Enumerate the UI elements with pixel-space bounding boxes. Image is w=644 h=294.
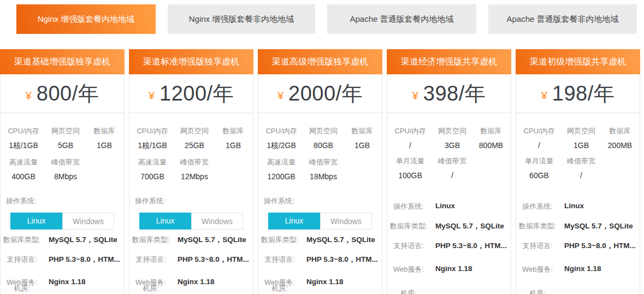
detail-label: 支持语言: (387, 241, 430, 251)
spec-grid: CPU/内存1核/1GB 网页空间25GB 数据库1GB 高速流量700GB 峰… (129, 113, 253, 195)
spec-label: 网页空间 (172, 126, 217, 136)
spec-grid: CPU/内存1核/2GB 网页空间80GB 数据库1GB 高速流量1200GB … (258, 113, 382, 195)
price-amount: 2000 (288, 82, 336, 105)
os-option-linux[interactable]: Linux (268, 213, 320, 230)
spec-value: 5GB (43, 141, 88, 150)
spec-value: 1核/1GB (133, 141, 172, 151)
spec-value: 100GB (391, 171, 430, 180)
spec-label: 网页空间 (43, 126, 88, 136)
plan-card-entry: 渠道初级增强版共享虚机 ¥ 198 /年 CPU/内存/ 网页空间1GB 数据库… (516, 49, 640, 294)
detail-value: PHP 5.3~8.0，HTM... (301, 255, 382, 264)
spec-value: 1GB (559, 141, 604, 150)
os-toggle: Linux Windows (268, 213, 382, 230)
currency-symbol: ¥ (149, 90, 155, 102)
os-option-windows[interactable]: Windows (320, 213, 372, 230)
plan-card-standard: 渠道标准增强版独享虚机 ¥ 1200 /年 CPU/内存1核/1GB 网页空间2… (129, 49, 253, 294)
plan-card-advanced: 渠道高级增强版独享虚机 ¥ 2000 /年 CPU/内存1核/2GB 网页空间8… (258, 49, 382, 294)
detail-label: 机房: (258, 284, 301, 293)
spec-label: CPU/内存 (133, 126, 172, 136)
currency-symbol: ¥ (26, 90, 32, 102)
spec-label: 高速流量 (133, 157, 172, 167)
spec-label: 数据库 (604, 126, 636, 136)
plan-card-economy: 渠道经济增强版共享虚机 ¥ 398 /年 CPU/内存/ 网页空间3GB 数据库… (387, 49, 511, 294)
os-label: 操作系统: (129, 196, 253, 206)
os-label: 操作系统: (258, 196, 382, 206)
spec-value: 80GB (301, 141, 346, 150)
detail-label: 机房: (516, 289, 559, 294)
spec-label: 峰值带宽 (430, 156, 475, 166)
spec-value: / (391, 141, 430, 150)
spec-value: 400GB (4, 172, 43, 181)
spec-label: 高速流量 (262, 157, 301, 167)
spec-label: 数据库 (475, 126, 507, 136)
spec-grid: CPU/内存1核/1GB 网页空间5GB 数据库1GB 高速流量400GB 峰值… (1, 113, 124, 195)
price-amount: 800 (37, 82, 72, 105)
os-label: 操作系统: (387, 202, 430, 211)
spec-label: 峰值带宽 (172, 157, 217, 167)
os-option-linux[interactable]: Linux (139, 213, 191, 230)
spec-label: CPU/内存 (262, 126, 301, 136)
detail-row: 支持语言: PHP 5.3~8.0，HTM... (387, 241, 511, 251)
tab-apache-standard-mainland[interactable]: Apache 普通版套餐内地地域 (327, 4, 476, 34)
detail-row: 支持语言: PHP 5.3~8.0，HTM... (1, 255, 124, 264)
spec-grid: CPU/内存/ 网页空间1GB 数据库200MB 单月流量60GB 峰值带宽/ (516, 113, 640, 194)
os-label: 操作系统: (1, 196, 124, 206)
spec-label: 网页空间 (559, 126, 604, 136)
price-amount: 1200 (159, 82, 207, 105)
os-row: 操作系统: Linux (387, 202, 511, 211)
spec-value: / (430, 171, 475, 180)
spec-value: 1GB (346, 141, 379, 150)
spec-value: 3GB (430, 141, 475, 150)
price-suffix: /年 (72, 80, 99, 108)
os-value: Linux (559, 202, 640, 210)
spec-label: 数据库 (346, 126, 379, 136)
plan-title: 渠道标准增强版独享虚机 (129, 49, 253, 74)
spec-value: 200MB (604, 141, 636, 150)
spec-value: 25GB (172, 141, 217, 150)
detail-label: 支持语言: (1, 255, 43, 264)
detail-label: 支持语言: (258, 255, 301, 264)
spec-label: CPU/内存 (391, 126, 430, 136)
pricing-tabs: Nginx 增强版套餐内地地域 Nginx 增强版套餐非内地地域 Apache … (16, 4, 637, 34)
detail-label: 数据库类型: (258, 235, 301, 245)
detail-row: 支持语言: PHP 5.3~8.0，HTM... (129, 255, 253, 264)
detail-label: 数据库类型: (387, 221, 430, 231)
tab-nginx-enhanced-overseas[interactable]: Nginx 增强版套餐非内地地域 (168, 4, 315, 34)
plan-card-list: 渠道基础增强版独享虚机 ¥ 800 /年 CPU/内存1核/1GB 网页空间5G… (0, 49, 640, 294)
plan-price: ¥ 1200 /年 (129, 74, 253, 113)
spec-grid: CPU/内存/ 网页空间3GB 数据库800MB 单月流量100GB 峰值带宽/ (387, 113, 511, 194)
detail-value: MySQL 5.7，SQLite (43, 235, 124, 245)
spec-label: 网页空间 (430, 126, 475, 136)
os-option-windows[interactable]: Windows (62, 213, 114, 230)
spec-label: 单月流量 (519, 156, 559, 166)
detail-value: PHP 5.3~8.0，HTM... (172, 255, 253, 264)
plan-title: 渠道初级增强版共享虚机 (516, 49, 640, 74)
os-toggle: Linux Windows (139, 213, 253, 230)
spec-value: 1核/2GB (262, 141, 301, 151)
price-amount: 398 (423, 82, 459, 105)
spec-label: 单月流量 (391, 156, 430, 166)
price-suffix: /年 (336, 80, 363, 108)
detail-value: PHP 5.3~8.0，HTM... (559, 241, 640, 251)
spec-label: CPU/内存 (519, 126, 559, 136)
tab-apache-standard-overseas[interactable]: Apache 普通版套餐非内地地域 (488, 4, 637, 34)
os-label: 操作系统: (516, 202, 559, 211)
plan-price: ¥ 398 /年 (387, 74, 511, 113)
spec-label: 数据库 (217, 126, 250, 136)
spec-value: 60GB (519, 171, 559, 180)
plan-price: ¥ 800 /年 (1, 74, 124, 113)
os-option-linux[interactable]: Linux (10, 213, 62, 230)
detail-value: Nginx 1.18 (559, 264, 640, 273)
detail-row: 数据库类型: MySQL 5.7，SQLite (129, 235, 253, 245)
tab-nginx-enhanced-mainland[interactable]: Nginx 增强版套餐内地地域 (16, 4, 156, 34)
detail-value: Nginx 1.18 (301, 278, 382, 286)
spec-label: 数据库 (88, 126, 121, 136)
detail-label: 支持语言: (516, 241, 559, 251)
os-option-windows[interactable]: Windows (191, 213, 243, 230)
detail-row: 数据库类型: MySQL 5.7，SQLite (258, 235, 382, 245)
plan-price: ¥ 2000 /年 (258, 74, 382, 113)
spec-label: 峰值带宽 (559, 156, 604, 166)
detail-label: 机房: (129, 284, 172, 293)
detail-value: PHP 5.3~8.0，HTM... (430, 241, 511, 251)
spec-value: 800MB (475, 141, 507, 150)
